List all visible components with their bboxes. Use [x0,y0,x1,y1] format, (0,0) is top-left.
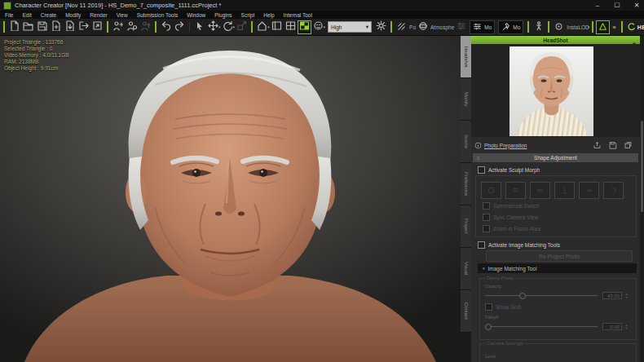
falloff-slider-handle[interactable] [485,324,492,330]
tab-content[interactable]: Content [461,290,471,333]
tab-modify[interactable]: Modify [461,78,471,121]
reproject-photo-button[interactable]: Re-Project Photo [486,250,633,262]
select-tool-button[interactable] [192,20,206,34]
doc-plus-button[interactable] [49,20,63,34]
tab-visual[interactable]: Visual [461,248,471,290]
sculpt-region-ear-button[interactable] [603,182,624,199]
activate-sculpt-morph-checkbox[interactable] [478,166,485,174]
opacity-value-field[interactable]: 43.00 [602,292,622,299]
menu-help[interactable]: Help [263,12,274,18]
mode-button-1[interactable]: Mo [470,20,495,34]
panel-grid-toggle[interactable] [284,20,298,34]
scale-tool-button[interactable] [235,20,249,34]
pose-mode-button[interactable] [532,20,545,34]
menu-internal-tool[interactable]: Internal Tool [284,12,312,18]
open-project-button[interactable] [21,20,35,34]
toolbar-divider [155,21,157,33]
panel-checker-toggle[interactable] [298,20,311,34]
menu-window[interactable]: Window [187,12,205,18]
atmosphere-toggle[interactable] [416,20,430,34]
face-camera-caret[interactable]: ▾ [324,24,326,29]
stepper-down-icon[interactable]: ▼ [625,327,629,330]
tab-preference[interactable]: Preference [461,163,471,205]
pbr-label[interactable]: Po [409,24,416,30]
sculpt-region-eyes-button[interactable] [530,182,550,199]
menu-script[interactable]: Script [241,12,255,18]
tab-scene[interactable]: Scene [461,121,471,163]
create-character-button[interactable] [111,20,125,34]
preview-light-button[interactable] [374,20,388,34]
new-project-button[interactable] [7,20,21,34]
sync-camera-checkbox[interactable] [483,214,490,221]
menu-plugins[interactable]: Plugins [214,12,232,18]
close-button[interactable]: ✕ [633,2,641,9]
opacity-label: Opacity [485,284,501,289]
tab-headshot[interactable]: Headshot [461,36,471,78]
shape-adjustment-header[interactable]: ≡ Shape Adjustment [473,153,638,162]
sculpt-region-nose-button[interactable] [554,182,575,199]
opacity-stepper[interactable]: ▲ ▼ [624,292,629,299]
falloff-stepper[interactable]: ▲ ▼ [624,323,629,330]
scene-manager-button[interactable] [454,20,468,34]
zoom-focus-checkbox[interactable] [483,225,490,232]
instalod-label[interactable]: InstaLOD [567,24,589,30]
maximize-button[interactable]: ☐ [613,2,621,9]
sculpt-region-forehead-button[interactable] [505,182,526,199]
menu-render[interactable]: Render [90,12,107,18]
prism-tool-button[interactable] [596,20,610,34]
quality-dropdown[interactable]: High ▾ [328,21,372,33]
capture-button[interactable] [90,20,104,34]
headshot-plugin-button[interactable]: HEADSHOT [627,20,644,34]
pose-character-button[interactable] [139,20,152,34]
menu-view[interactable]: View [117,12,128,18]
headshot-panel: HeadShot [471,36,640,362]
opacity-slider-handle[interactable] [519,293,526,299]
activate-image-matching-row: Activate Image Matching Tools [478,241,560,249]
show-grid-label: Show Grid [496,304,520,310]
falloff-value-field[interactable]: 0.00 [602,323,622,330]
redo-button[interactable] [173,20,187,34]
image-matching-tool-header[interactable]: ▾ Image Matching Tool [478,263,637,273]
menu-bar: File Edit Create Modify Render View Subm… [0,11,644,19]
upload-photo-button[interactable] [592,140,602,149]
stepper-down-icon[interactable]: ▼ [625,296,629,299]
atmosphere-label[interactable]: Atmosphe [430,24,454,30]
opacity-slider[interactable] [485,292,598,299]
quality-caret: ▾ [366,24,368,30]
show-grid-checkbox[interactable] [485,303,492,311]
save-project-button[interactable] [35,20,49,34]
reference-photo[interactable] [509,46,593,136]
undo-button[interactable] [159,20,173,34]
menu-file[interactable]: File [5,12,13,18]
menu-edit[interactable]: Edit [22,12,31,18]
menu-submission-tools[interactable]: Submission Tools [137,12,178,18]
panel-info-toggle[interactable] [270,20,284,34]
pbr-toggle[interactable] [395,20,408,34]
undo-icon [161,20,171,34]
scrollbar-thumb[interactable] [641,121,643,212]
morph-character-button[interactable] [125,20,139,34]
mode-button-2[interactable]: Mo [498,20,523,34]
toolbar-divider [3,21,5,33]
instalod-caret[interactable]: ▾ [588,24,590,29]
save-photo-button[interactable] [607,140,618,149]
opacity-value: 43.00 [607,294,620,298]
sculpt-region-head-button[interactable] [481,182,501,199]
compare-photo-button[interactable] [623,140,633,149]
menu-create[interactable]: Create [41,12,57,18]
doc-import-button[interactable] [63,20,77,34]
photo-preparation-link[interactable]: Photo Preparation [484,143,527,148]
minimize-button[interactable]: – [593,2,602,9]
sculpt-region-mouth-button[interactable] [579,182,599,199]
falloff-slider-track [485,326,598,327]
menu-modify[interactable]: Modify [65,12,81,18]
falloff-slider[interactable] [485,323,598,330]
panel-scrollbar[interactable] [640,36,644,362]
symmetrical-switch-checkbox[interactable] [483,202,490,210]
toolbar-overflow-chevron[interactable]: » [612,24,615,31]
instalod-button[interactable] [552,20,566,34]
activate-image-matching-checkbox[interactable] [478,241,485,249]
tab-project[interactable]: Project [461,205,471,248]
export-button[interactable] [77,20,90,34]
3d-viewport[interactable]: Project Triangle : 133766 Selected Trian… [0,36,461,362]
